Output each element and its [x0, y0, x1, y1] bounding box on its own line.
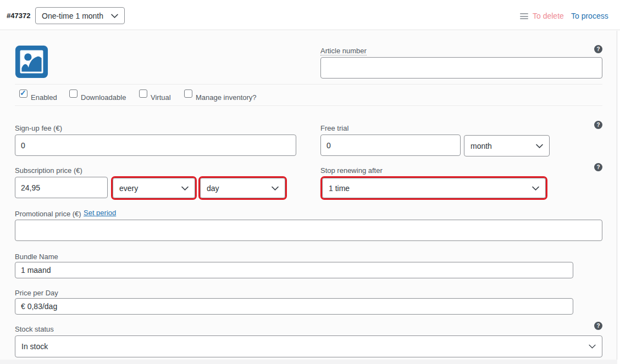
checkbox-box: ✓: [19, 89, 27, 98]
check-icon: ✓: [20, 88, 26, 97]
divider: [15, 84, 602, 85]
signup-fee-input[interactable]: [15, 135, 296, 156]
subscription-price-label: Subscription price (€): [15, 166, 82, 175]
stop-renewing-help-icon[interactable]: ?: [594, 163, 602, 171]
virtual-checkbox-label: Virtual: [151, 89, 171, 102]
divider: [15, 105, 602, 106]
downloadable-checkbox[interactable]: ✓ Downloadable: [69, 89, 126, 102]
billing-interval-value: every: [119, 184, 138, 193]
section-divider: [0, 360, 617, 364]
free-trial-unit-select[interactable]: month: [464, 135, 550, 156]
signup-fee-label: Sign-up fee (€): [15, 124, 62, 132]
chevron-down-icon: [532, 186, 539, 191]
chevron-down-icon: [589, 344, 596, 349]
stock-status-label: Stock status: [15, 325, 54, 333]
article-number-help-icon[interactable]: ?: [594, 45, 602, 53]
downloadable-checkbox-label: Downloadable: [81, 89, 126, 102]
stock-status-help-icon[interactable]: ?: [594, 322, 602, 330]
set-period-link[interactable]: Set period: [84, 209, 116, 217]
billing-period-select[interactable]: day: [200, 178, 285, 198]
chevron-down-icon: [272, 186, 279, 191]
checkbox-box: ✓: [184, 89, 192, 98]
stop-renewing-value: 1 time: [329, 184, 350, 193]
billing-interval-select[interactable]: every: [113, 178, 195, 198]
promo-price-label: Promotional price (€): [15, 210, 81, 218]
free-trial-help-icon[interactable]: ?: [594, 121, 602, 129]
price-per-day-label: Price per Day: [15, 289, 58, 297]
billing-period-value: day: [207, 184, 219, 193]
product-image-placeholder-icon[interactable]: [15, 45, 48, 79]
enabled-checkbox[interactable]: ✓ Enabled: [19, 89, 57, 102]
promo-price-input[interactable]: [15, 220, 602, 241]
product-variant-editor: #47372 One-time 1 month To delete To pro…: [0, 0, 620, 364]
variant-select-value: One-time 1 month: [42, 12, 103, 20]
to-delete-link[interactable]: To delete: [533, 12, 564, 20]
bundle-name-input[interactable]: [15, 262, 573, 278]
chevron-down-icon: [536, 144, 543, 148]
free-trial-label: Free trial: [320, 124, 348, 132]
bundle-name-label: Bundle Name: [15, 253, 58, 261]
manage-inventory-checkbox-label: Manage inventory?: [196, 89, 257, 102]
free-trial-unit-value: month: [470, 142, 492, 150]
stock-status-select[interactable]: In stock: [15, 335, 602, 357]
price-per-day-input[interactable]: [15, 298, 573, 315]
virtual-checkbox[interactable]: ✓ Virtual: [139, 89, 171, 102]
checkbox-box: ✓: [69, 89, 78, 98]
stop-renewing-label: Stop renewing after: [320, 166, 383, 175]
chevron-down-icon: [111, 14, 118, 18]
order-id-label: #47372: [7, 12, 30, 20]
stock-status-value: In stock: [21, 342, 48, 351]
article-number-label: Article number: [320, 47, 367, 55]
menu-icon[interactable]: [520, 13, 528, 19]
subscription-price-input[interactable]: [15, 177, 108, 198]
manage-inventory-checkbox[interactable]: ✓ Manage inventory?: [184, 89, 257, 102]
free-trial-input[interactable]: [320, 135, 461, 156]
variant-select[interactable]: One-time 1 month: [35, 7, 125, 24]
stop-renewing-select[interactable]: 1 time: [322, 178, 546, 198]
variant-header: #47372 One-time 1 month To delete To pro…: [0, 0, 620, 30]
to-process-link[interactable]: To process: [571, 12, 608, 20]
chevron-down-icon: [181, 186, 189, 191]
checkbox-box: ✓: [139, 89, 147, 98]
product-flags-row: ✓ Enabled ✓ Downloadable ✓ Virtual ✓ Man…: [0, 89, 620, 103]
enabled-checkbox-label: Enabled: [31, 89, 57, 102]
article-number-input[interactable]: [320, 57, 602, 79]
